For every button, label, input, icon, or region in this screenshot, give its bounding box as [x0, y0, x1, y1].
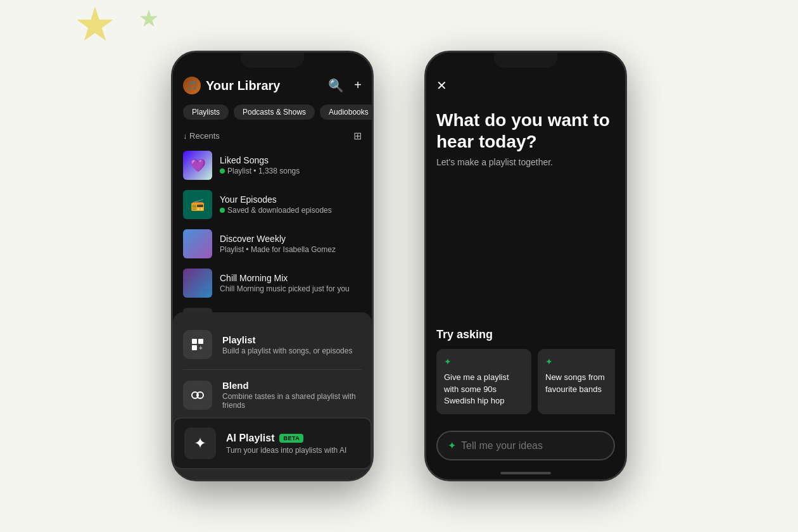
- action-divider: [183, 369, 362, 370]
- ai-icon-box: ✦: [184, 428, 216, 459]
- playlist-meta: Saved & downloaded episodes: [220, 206, 362, 215]
- suggestion-card-0[interactable]: ✦ Give me a playlist with some 90s Swedi…: [436, 349, 531, 414]
- green-dot: [220, 208, 225, 213]
- action-info-playlist: Playlist Build a playlist with songs, or…: [222, 334, 352, 355]
- list-item[interactable]: Chill Morning Mix Chill Morning music pi…: [183, 265, 362, 301]
- tab-podcasts[interactable]: Podcasts & Shows: [234, 104, 315, 120]
- try-asking-label: Try asking: [436, 328, 615, 341]
- chat-header: ✕: [426, 72, 625, 99]
- chat-spacer: [426, 172, 625, 318]
- chat-screen: ✕ What do you want to hear today? Let's …: [426, 53, 625, 479]
- recents-label: ↓ Recents: [183, 131, 220, 141]
- search-icon[interactable]: 🔍: [328, 78, 344, 93]
- blend-action-icon: [183, 381, 212, 410]
- playlist-meta: Chill Morning music picked just for you: [220, 284, 362, 293]
- ai-title-row: AI Playlist BETA: [226, 433, 346, 444]
- sparkle-icon: ✦: [194, 434, 206, 452]
- grid-icon[interactable]: ⊞: [353, 130, 362, 142]
- try-asking-section: Try asking ✦ Give me a playlist with som…: [426, 318, 625, 424]
- svg-text:+: +: [199, 345, 203, 352]
- suggestion-cards: ✦ Give me a playlist with some 90s Swedi…: [436, 349, 615, 414]
- green-dot: [220, 168, 225, 174]
- playlist-meta: Playlist • Made for Isabella Gomez: [220, 245, 362, 254]
- chat-main-title: What do you want to hear today?: [436, 110, 615, 152]
- beta-badge: BETA: [279, 434, 303, 443]
- action-playlist[interactable]: + Playlist Build a playlist with songs, …: [183, 322, 362, 367]
- library-title: Your Library: [206, 79, 280, 93]
- playlist-name: Liked Songs: [220, 155, 362, 165]
- list-item[interactable]: Discover Weekly Playlist • Made for Isab…: [183, 225, 362, 262]
- action-title-blend: Blend: [222, 380, 362, 391]
- screen-library: 🎵 Your Library 🔍 + Playlists Podcasts & …: [173, 53, 372, 479]
- playlist-name: Discover Weekly: [220, 234, 362, 244]
- phones-container: 🎵 Your Library 🔍 + Playlists Podcasts & …: [0, 0, 798, 532]
- close-button[interactable]: ✕: [436, 78, 447, 93]
- playlist-info: Your Episodes Saved & downloaded episode…: [220, 194, 362, 215]
- action-info-blend: Blend Combine tastes in a shared playlis…: [222, 380, 362, 410]
- library-header: 🎵 Your Library 🔍 +: [173, 72, 372, 99]
- list-item[interactable]: 💜 Liked Songs Playlist • 1,338 songs: [183, 147, 362, 184]
- suggestion-text-0: Give me a playlist with some 90s Swedish…: [444, 372, 524, 407]
- input-sparkle-icon: ✦: [448, 440, 456, 452]
- playlist-action-icon: +: [183, 330, 212, 359]
- chat-title-section: What do you want to hear today? Let's ma…: [426, 99, 625, 172]
- svg-rect-4: [192, 345, 197, 350]
- add-icon[interactable]: +: [354, 78, 362, 93]
- svg-rect-2: [192, 339, 197, 344]
- filter-tabs: Playlists Podcasts & Shows Audiobooks Al…: [173, 99, 372, 125]
- playlist-thumb-episodes: 📻: [183, 190, 212, 219]
- playlist-info: Chill Morning Mix Chill Morning music pi…: [220, 273, 362, 293]
- phone-bottom-bar: [426, 467, 625, 479]
- suggestion-card-1[interactable]: ✦ New songs from favourite bands: [538, 349, 615, 414]
- playlist-thumb-discover: [183, 229, 212, 258]
- tab-playlists[interactable]: Playlists: [183, 104, 229, 120]
- screen-ai-chat: ✕ What do you want to hear today? Let's …: [426, 53, 625, 479]
- phone-library: 🎵 Your Library 🔍 + Playlists Podcasts & …: [171, 51, 374, 481]
- chat-subtitle: Let's make a playlist together.: [436, 157, 615, 167]
- chat-input-container: ✦: [436, 431, 615, 460]
- bottom-indicator: [500, 472, 551, 474]
- ai-playlist-item[interactable]: ✦ AI Playlist BETA Turn your ideas into …: [173, 417, 372, 469]
- ai-info: AI Playlist BETA Turn your ideas into pl…: [226, 433, 346, 455]
- svg-rect-3: [198, 339, 203, 344]
- phone-notch-1: [241, 53, 304, 68]
- phone-notch-2: [494, 53, 557, 68]
- recents-bar: ↓ Recents ⊞: [173, 125, 372, 147]
- suggestion-sparkle-0: ✦: [444, 357, 524, 367]
- avatar: 🎵: [183, 77, 201, 94]
- playlist-thumb-liked: 💜: [183, 151, 212, 180]
- phone-ai-chat: ✕ What do you want to hear today? Let's …: [424, 51, 627, 481]
- action-desc-blend: Combine tastes in a shared playlist with…: [222, 392, 362, 410]
- action-desc-playlist: Build a playlist with songs, or episodes: [222, 346, 352, 355]
- header-icons: 🔍 +: [328, 78, 362, 93]
- playlist-name: Your Episodes: [220, 194, 362, 205]
- ai-desc: Turn your ideas into playlists with AI: [226, 446, 346, 455]
- playlist-info: Discover Weekly Playlist • Made for Isab…: [220, 234, 362, 254]
- suggestion-sparkle-1: ✦: [545, 357, 615, 367]
- playlist-thumb-chill-morning: [183, 269, 212, 298]
- chat-input[interactable]: [461, 440, 604, 452]
- playlist-meta: Playlist • 1,338 songs: [220, 167, 362, 175]
- tab-audiobooks[interactable]: Audiobooks: [320, 104, 372, 120]
- list-item[interactable]: 📻 Your Episodes Saved & downloaded episo…: [183, 186, 362, 223]
- action-title-playlist: Playlist: [222, 334, 352, 345]
- action-blend[interactable]: Blend Combine tastes in a shared playlis…: [183, 372, 362, 417]
- playlist-info: Liked Songs Playlist • 1,338 songs: [220, 155, 362, 175]
- library-title-group: 🎵 Your Library: [183, 77, 280, 94]
- suggestion-text-1: New songs from favourite bands: [545, 372, 615, 395]
- library-screen: 🎵 Your Library 🔍 + Playlists Podcasts & …: [173, 53, 372, 348]
- playlist-name: Chill Morning Mix: [220, 273, 362, 283]
- action-sheet: + Playlist Build a playlist with songs, …: [173, 312, 372, 479]
- ai-title: AI Playlist: [226, 433, 274, 444]
